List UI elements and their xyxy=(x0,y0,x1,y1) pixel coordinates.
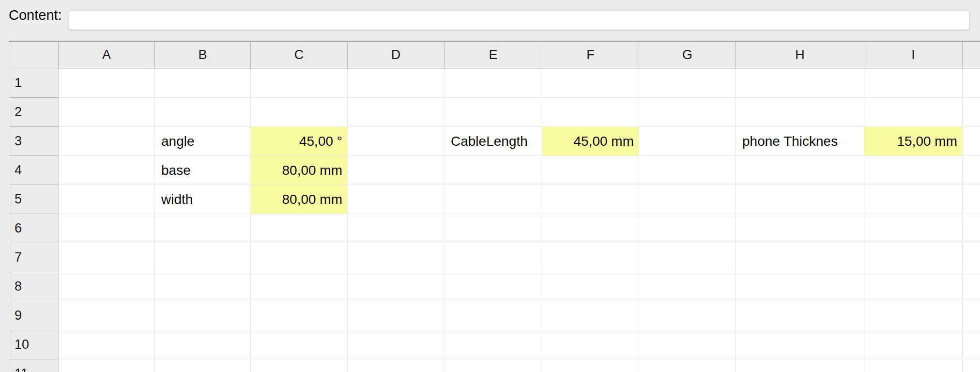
column-header-D[interactable]: D xyxy=(348,42,444,69)
cell-B11[interactable] xyxy=(155,359,251,372)
column-header-E[interactable]: E xyxy=(444,42,542,69)
column-header-C[interactable]: C xyxy=(251,42,348,69)
cell-J11[interactable] xyxy=(963,359,980,372)
cell-F6[interactable] xyxy=(542,214,639,243)
cell-G2[interactable] xyxy=(639,98,736,127)
row-header-8[interactable]: 8 xyxy=(9,272,59,301)
cell-C2[interactable] xyxy=(251,98,348,127)
cell-A5[interactable] xyxy=(59,185,155,214)
row-header-9[interactable]: 9 xyxy=(9,301,59,330)
cell-A8[interactable] xyxy=(59,272,155,301)
cell-A11[interactable] xyxy=(59,359,155,372)
cell-E2[interactable] xyxy=(444,98,542,127)
cell-D8[interactable] xyxy=(348,272,444,301)
cell-F4[interactable] xyxy=(542,156,639,185)
cell-I6[interactable] xyxy=(864,214,963,243)
column-header-B[interactable]: B xyxy=(155,42,251,69)
cell-G8[interactable] xyxy=(639,272,736,301)
cell-C3[interactable]: 45,00 ° xyxy=(251,127,348,156)
cell-E6[interactable] xyxy=(444,214,542,243)
cell-A2[interactable] xyxy=(59,98,155,127)
column-header-F[interactable]: F xyxy=(542,42,639,69)
cell-B6[interactable] xyxy=(155,214,251,243)
cell-H7[interactable] xyxy=(736,243,864,272)
column-header-blank[interactable] xyxy=(963,42,980,69)
cell-C8[interactable] xyxy=(251,272,348,301)
cell-E10[interactable] xyxy=(444,330,542,359)
cell-D2[interactable] xyxy=(348,98,444,127)
cell-E8[interactable] xyxy=(444,272,542,301)
cell-H5[interactable] xyxy=(736,185,864,214)
cell-A7[interactable] xyxy=(59,243,155,272)
cell-H1[interactable] xyxy=(736,69,864,98)
cell-C4[interactable]: 80,00 mm xyxy=(251,156,348,185)
cell-F8[interactable] xyxy=(542,272,639,301)
cell-I10[interactable] xyxy=(864,330,963,359)
cell-C10[interactable] xyxy=(251,330,348,359)
cell-H6[interactable] xyxy=(736,214,864,243)
cell-I2[interactable] xyxy=(864,98,963,127)
row-header-1[interactable]: 1 xyxy=(9,69,59,98)
cell-C7[interactable] xyxy=(251,243,348,272)
cell-F2[interactable] xyxy=(542,98,639,127)
content-input[interactable] xyxy=(69,11,969,30)
cell-J5[interactable] xyxy=(963,185,980,214)
cell-F9[interactable] xyxy=(542,301,639,330)
cell-I11[interactable] xyxy=(864,359,963,372)
cell-H8[interactable] xyxy=(736,272,864,301)
cell-B5[interactable]: width xyxy=(155,185,251,214)
row-header-7[interactable]: 7 xyxy=(9,243,59,272)
cell-A6[interactable] xyxy=(59,214,155,243)
cell-E5[interactable] xyxy=(444,185,542,214)
cell-I5[interactable] xyxy=(864,185,963,214)
cell-A3[interactable] xyxy=(59,127,155,156)
cell-I8[interactable] xyxy=(864,272,963,301)
cell-G5[interactable] xyxy=(639,185,736,214)
cell-C5[interactable]: 80,00 mm xyxy=(251,185,348,214)
cell-D4[interactable] xyxy=(348,156,444,185)
column-header-H[interactable]: H xyxy=(736,42,864,69)
cell-F5[interactable] xyxy=(542,185,639,214)
cell-C1[interactable] xyxy=(251,69,348,98)
cell-J3[interactable] xyxy=(963,127,980,156)
cell-B4[interactable]: base xyxy=(155,156,251,185)
cell-G9[interactable] xyxy=(639,301,736,330)
column-header-I[interactable]: I xyxy=(864,42,963,69)
cell-J4[interactable] xyxy=(963,156,980,185)
cell-A1[interactable] xyxy=(59,69,155,98)
cell-I3[interactable]: 15,00 mm xyxy=(864,127,963,156)
cell-E3[interactable]: CableLength xyxy=(444,127,542,156)
cell-I4[interactable] xyxy=(864,156,963,185)
cell-H9[interactable] xyxy=(736,301,864,330)
cell-I7[interactable] xyxy=(864,243,963,272)
row-header-4[interactable]: 4 xyxy=(9,156,59,185)
cell-H4[interactable] xyxy=(736,156,864,185)
cell-A9[interactable] xyxy=(59,301,155,330)
cell-D9[interactable] xyxy=(348,301,444,330)
cell-B1[interactable] xyxy=(155,69,251,98)
cell-B7[interactable] xyxy=(155,243,251,272)
column-header-A[interactable]: A xyxy=(59,42,155,69)
cell-J2[interactable] xyxy=(963,98,980,127)
select-all-corner[interactable] xyxy=(9,42,59,69)
cell-B2[interactable] xyxy=(155,98,251,127)
cell-D11[interactable] xyxy=(348,359,444,372)
cell-B10[interactable] xyxy=(155,330,251,359)
cell-G11[interactable] xyxy=(639,359,736,372)
cell-G6[interactable] xyxy=(639,214,736,243)
cell-G7[interactable] xyxy=(639,243,736,272)
cell-J9[interactable] xyxy=(963,301,980,330)
column-header-G[interactable]: G xyxy=(639,42,736,69)
cell-F1[interactable] xyxy=(542,69,639,98)
cell-J10[interactable] xyxy=(963,330,980,359)
cell-D3[interactable] xyxy=(348,127,444,156)
row-header-11[interactable]: 11 xyxy=(9,359,59,372)
row-header-6[interactable]: 6 xyxy=(9,214,59,243)
cell-E7[interactable] xyxy=(444,243,542,272)
cell-G1[interactable] xyxy=(639,69,736,98)
cell-H3[interactable]: phone Thicknes xyxy=(736,127,864,156)
cell-H10[interactable] xyxy=(736,330,864,359)
row-header-2[interactable]: 2 xyxy=(9,98,59,127)
cell-A10[interactable] xyxy=(59,330,155,359)
cell-E1[interactable] xyxy=(444,69,542,98)
